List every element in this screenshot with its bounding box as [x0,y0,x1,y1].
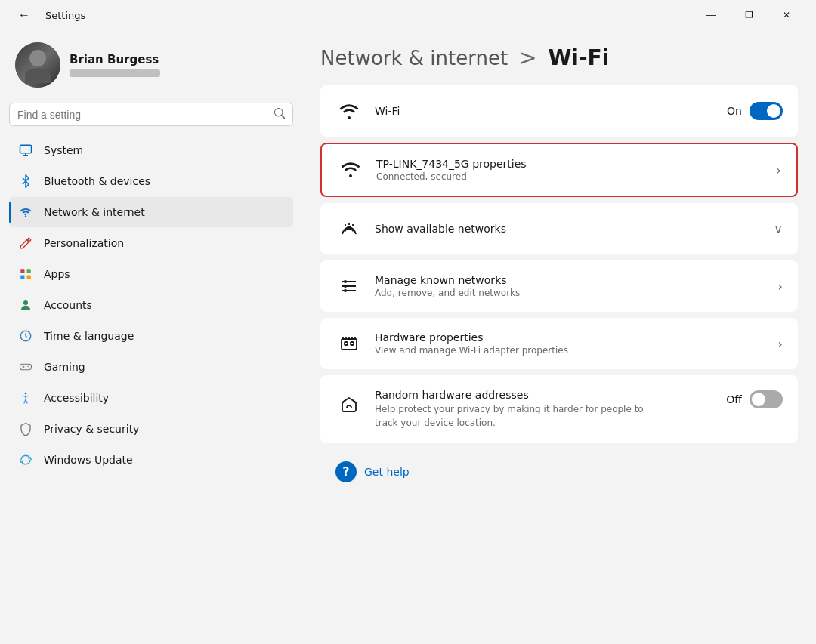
wifi-main-icon [335,97,363,125]
nav-item-bluetooth[interactable]: Bluetooth & devices [9,166,293,196]
nav-item-gaming[interactable]: Gaming [9,352,293,382]
user-name: Brian Burgess [70,53,160,66]
svg-point-1 [25,216,27,218]
nav-label-system: System [44,144,83,156]
page-header: Network & internet > Wi-Fi [320,45,798,70]
manage-networks-subtitle: Add, remove, and edit networks [375,288,778,298]
svg-rect-19 [342,339,357,350]
svg-rect-8 [20,364,32,370]
manage-networks-title: Manage known networks [375,274,778,286]
random-hardware-icon [335,390,363,418]
available-networks-row[interactable]: Show available networks ∨ [320,203,798,254]
hardware-properties-title: Hardware properties [375,331,778,344]
get-help-icon: ? [335,461,357,482]
nav-label-time: Time & language [44,330,134,342]
nav-item-privacy[interactable]: Privacy & security [9,414,293,444]
svg-point-6 [23,300,28,305]
svg-rect-2 [20,269,24,273]
nav-label-accessibility: Accessibility [44,392,109,404]
breadcrumb-parent: Network & internet [320,47,508,69]
wifi-toggle-card: Wi-Fi On [320,85,798,137]
titlebar-left: ← Settings [12,5,85,25]
app-container: Brian Burgess System [0,30,816,644]
nav-item-apps[interactable]: Apps [9,259,293,289]
nav-item-accessibility[interactable]: Accessibility [9,383,293,413]
hardware-properties-content: Hardware properties View and manage Wi-F… [375,331,778,356]
network-connection-card[interactable]: TP-LINK_7434_5G properties Connected, se… [320,143,798,197]
available-networks-chevron-down-icon: ∨ [774,222,783,236]
gaming-icon [18,359,33,374]
update-icon [18,452,33,467]
nav-item-time[interactable]: Time & language [9,321,293,351]
nav-label-privacy: Privacy & security [44,423,139,435]
network-chevron-right-icon: › [777,163,781,177]
nav-item-personalization[interactable]: Personalization [9,228,293,258]
personalization-icon [18,236,33,251]
svg-point-9 [27,366,29,368]
minimize-button[interactable]: — [694,3,728,27]
random-hardware-subtitle: Help protect your privacy by making it h… [375,402,662,430]
nav-label-update: Windows Update [44,454,133,466]
nav-item-network[interactable]: Network & internet [9,197,293,227]
nav-label-personalization: Personalization [44,237,124,249]
wifi-toggle-switch[interactable] [750,102,783,120]
nav-item-system[interactable]: System [9,135,293,165]
manage-networks-content: Manage known networks Add, remove, and e… [375,274,778,298]
system-icon [18,143,33,158]
manage-networks-icon [335,273,363,300]
svg-rect-20 [345,342,348,345]
titlebar-controls: — ❐ ✕ [694,3,804,27]
available-networks-icon [335,215,363,242]
bluetooth-icon [18,174,33,189]
search-box[interactable] [9,103,293,126]
get-help-icon-label: ? [342,466,349,478]
apps-icon [18,267,33,282]
available-networks-title: Show available networks [375,223,774,235]
svg-point-11 [25,393,27,395]
network-name: TP-LINK_7434_5G properties [376,158,777,170]
time-icon [18,328,33,344]
search-input[interactable] [17,109,268,121]
user-section: Brian Burgess [6,30,296,103]
maximize-button[interactable]: ❐ [731,3,766,27]
nav-label-gaming: Gaming [44,361,85,373]
svg-point-18 [344,289,347,292]
manage-networks-row[interactable]: Manage known networks Add, remove, and e… [320,260,798,312]
get-help-section: ? Get help [320,449,798,495]
network-connection-row[interactable]: TP-LINK_7434_5G properties Connected, se… [322,144,796,196]
svg-rect-0 [20,145,32,153]
network-chevron-action: › [777,163,781,177]
wifi-toggle-action: On [727,102,783,120]
avatar [15,42,60,88]
network-status: Connected, secured [376,171,777,182]
back-button[interactable]: ← [12,5,36,25]
svg-point-16 [344,280,347,283]
nav-item-accounts[interactable]: Accounts [9,290,293,320]
get-help-link[interactable]: ? Get help [320,449,798,495]
titlebar-title: Settings [45,10,85,21]
wifi-status-label: On [727,105,742,117]
random-hardware-toggle-switch[interactable] [750,390,783,408]
random-hardware-title: Random hardware addresses [375,389,726,401]
breadcrumb-separator: > [519,45,536,70]
get-help-label: Get help [364,466,410,478]
nav-label-apps: Apps [44,268,70,280]
user-info: Brian Burgess [70,53,160,77]
random-hardware-status-label: Off [726,393,742,405]
hardware-icon [335,330,363,357]
nav-item-update[interactable]: Windows Update [9,445,293,475]
svg-rect-21 [351,342,354,345]
manage-networks-action: › [778,279,783,294]
close-button[interactable]: ✕ [769,3,804,27]
manage-networks-card: Manage known networks Add, remove, and e… [320,260,798,312]
search-icon [274,108,285,121]
hardware-chevron-icon: › [778,337,783,351]
avatar-image [15,42,60,88]
accounts-icon [18,297,33,313]
available-networks-content: Show available networks [375,223,774,235]
random-hardware-toggle-action: Off [726,390,783,408]
hardware-properties-row[interactable]: Hardware properties View and manage Wi-F… [320,318,798,369]
accessibility-icon [18,390,33,405]
hardware-properties-card: Hardware properties View and manage Wi-F… [320,318,798,369]
svg-point-17 [344,285,347,288]
